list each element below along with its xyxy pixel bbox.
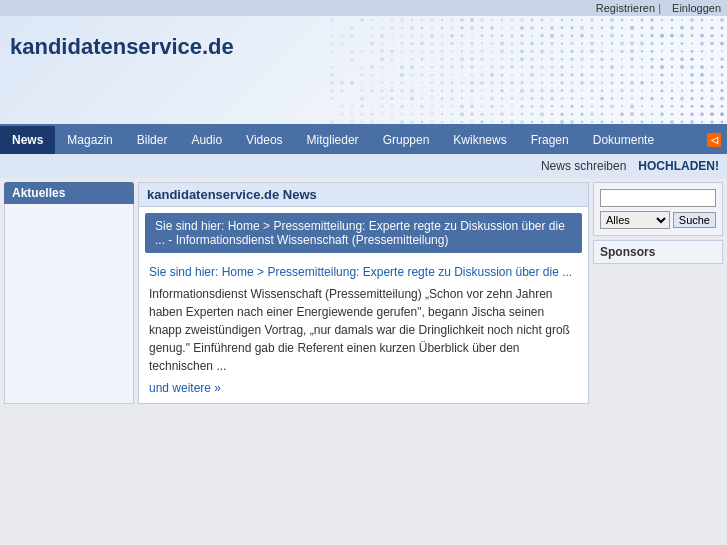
upload-link[interactable]: HOCHLADEN! <box>638 159 719 173</box>
search-select[interactable]: Alles <box>600 211 670 229</box>
site-title: kandidatenservice.de <box>10 34 234 60</box>
nav-item-news[interactable]: News <box>0 126 55 154</box>
rss-area: ◁ <box>701 126 727 154</box>
sub-nav: News schreiben HOCHLADEN! <box>0 154 727 178</box>
news-body: Sie sind hier: Home > Pressemitteilung: … <box>139 259 588 401</box>
nav-item-gruppen[interactable]: Gruppen <box>371 126 442 154</box>
search-button[interactable]: Suche <box>673 212 716 228</box>
news-highlight-text: Sie sind hier: Home > Pressemitteilung: … <box>155 219 565 247</box>
nav-item-magazin[interactable]: Magazin <box>55 126 124 154</box>
nav-item-dokumente[interactable]: Dokumente <box>581 126 666 154</box>
right-sidebar: Alles Suche Sponsors <box>593 182 723 404</box>
sponsors-title: Sponsors <box>600 245 716 259</box>
sidebar-body <box>4 204 134 404</box>
login-link[interactable]: Einloggen <box>672 2 721 14</box>
register-link[interactable]: Registrieren <box>596 2 655 14</box>
nav-item-kwiknews[interactable]: Kwiknews <box>441 126 518 154</box>
nav-item-audio[interactable]: Audio <box>179 126 234 154</box>
left-sidebar: Aktuelles <box>4 182 134 404</box>
search-box: Alles Suche <box>593 182 723 236</box>
main-layout: Aktuelles kandidatenservice.de News Sie … <box>0 178 727 408</box>
read-more-link[interactable]: und weitere » <box>149 381 578 395</box>
news-highlight[interactable]: Sie sind hier: Home > Pressemitteilung: … <box>145 213 582 253</box>
center-content: kandidatenservice.de News Sie sind hier:… <box>138 182 589 404</box>
search-row: Alles Suche <box>600 211 716 229</box>
content-title: kandidatenservice.de News <box>139 183 588 207</box>
separator: | <box>658 2 661 14</box>
search-input[interactable] <box>600 189 716 207</box>
nav-item-fragen[interactable]: Fragen <box>519 126 581 154</box>
nav-item-mitglieder[interactable]: Mitglieder <box>295 126 371 154</box>
dots-canvas <box>327 16 727 126</box>
header: kandidatenservice.de <box>0 16 727 126</box>
top-bar: Registrieren | Einloggen <box>0 0 727 16</box>
nav-item-videos[interactable]: Videos <box>234 126 294 154</box>
rss-icon[interactable]: ◁ <box>707 133 721 147</box>
nav-item-bilder[interactable]: Bilder <box>125 126 180 154</box>
dots-pattern <box>327 16 727 126</box>
article-text: Informationsdienst Wissenschaft (Pressem… <box>149 285 578 375</box>
article-link[interactable]: Sie sind hier: Home > Pressemitteilung: … <box>149 265 578 279</box>
main-nav: News Magazin Bilder Audio Videos Mitglie… <box>0 126 727 154</box>
write-news-link[interactable]: News schreiben <box>541 159 626 173</box>
sponsors-box: Sponsors <box>593 240 723 264</box>
sidebar-header: Aktuelles <box>4 182 134 204</box>
